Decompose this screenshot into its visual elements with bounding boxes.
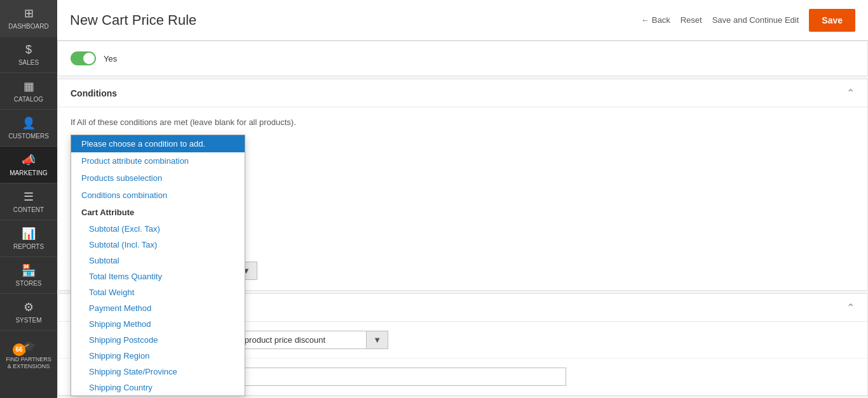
dropdown-sub-7[interactable]: Subtotal [71, 253, 245, 269]
condition-select-row: Please choose a condition to add.Product… [71, 135, 855, 280]
main-content: New Cart Price Rule ← Back Reset Save an… [57, 0, 868, 398]
condition-dropdown[interactable]: Please choose a condition to add.Product… [71, 135, 245, 396]
sidebar-item-content[interactable]: ☰ CONTENT [0, 183, 57, 220]
back-arrow-icon: ← [641, 15, 649, 25]
sidebar-item-dashboard[interactable]: ⊞ DASHBOARD [0, 0, 57, 37]
content-area: Yes Conditions ⌃ If All of these conditi… [57, 41, 868, 398]
sidebar-item-stores[interactable]: 🏪 STORES [0, 257, 57, 294]
apply-select-arrow[interactable]: ▼ [367, 331, 388, 349]
dropdown-sub-13[interactable]: Shipping Region [71, 348, 245, 364]
sidebar-item-label: SYSTEM [15, 317, 41, 324]
apply-prefix: If A [71, 117, 83, 127]
active-section: Yes [57, 41, 868, 76]
topbar: New Cart Price Rule ← Back Reset Save an… [57, 0, 868, 41]
apply-control: Percent of product price discountFixed a… [198, 331, 855, 349]
sidebar: ⊞ DASHBOARD $ SALES ▦ CATALOG 👤 CUSTOMER… [0, 0, 57, 398]
content-icon: ☰ [24, 190, 34, 204]
marketing-icon: 📣 [22, 153, 36, 167]
sidebar-item-system[interactable]: ⚙ SYSTEM [0, 294, 57, 331]
sidebar-item-reports[interactable]: 📊 REPORTS [0, 220, 57, 257]
dropdown-item-0[interactable]: Please choose a condition to add. [71, 135, 245, 152]
sidebar-item-label: DASHBOARD [8, 23, 48, 30]
customers-icon: 👤 [22, 116, 36, 130]
sidebar-item-label: STORES [16, 280, 42, 287]
collapse-icon: ⌃ [846, 87, 855, 99]
toggle-yes-label: Yes [104, 54, 117, 63]
dropdown-sub-9[interactable]: Total Weight [71, 284, 245, 300]
catalog-icon: ▦ [24, 79, 34, 93]
conditions-title: Conditions [71, 88, 117, 98]
sidebar-item-label: CONTENT [13, 206, 44, 213]
active-toggle[interactable] [71, 51, 96, 65]
dropdown-item-3[interactable]: Conditions combination [71, 187, 245, 204]
conditions-description: If All of these conditions are met (leav… [71, 117, 855, 127]
sidebar-item-label: CUSTOMERS [8, 133, 49, 140]
reset-button[interactable]: Reset [681, 15, 702, 25]
dropdown-item-1[interactable]: Product attribute combination [71, 152, 245, 169]
sidebar-item-sales[interactable]: $ SALES [0, 37, 57, 73]
system-icon: ⚙ [24, 300, 34, 314]
conditions-desc-rest: ll of these conditions are met (leave bl… [83, 117, 296, 127]
page-title: New Cart Price Rule [70, 12, 196, 29]
dropdown-sub-8[interactable]: Total Items Quantity [71, 269, 245, 284]
conditions-header[interactable]: Conditions ⌃ [58, 79, 867, 107]
discount-amount-control [198, 368, 855, 386]
dropdown-group-4: Cart Attribute [71, 204, 245, 221]
dropdown-sub-10[interactable]: Payment Method [71, 300, 245, 316]
save-continue-button[interactable]: Save and Continue Edit [712, 15, 799, 25]
stores-icon: 🏪 [22, 263, 36, 277]
active-toggle-row: Yes [58, 41, 867, 76]
reports-icon: 📊 [22, 227, 36, 241]
extensions-badge: 66 [13, 343, 25, 356]
topbar-actions: ← Back Reset Save and Continue Edit Save [641, 9, 855, 32]
dropdown-sub-5[interactable]: Subtotal (Excl. Tax) [71, 221, 245, 237]
dropdown-sub-14[interactable]: Shipping State/Province [71, 364, 245, 380]
find-extensions-icon-wrapper: 🎓 66 [22, 340, 36, 354]
conditions-section: Conditions ⌃ If All of these conditions … [57, 79, 868, 291]
dashboard-icon: ⊞ [24, 6, 34, 20]
sidebar-item-label: SALES [18, 59, 39, 66]
save-button[interactable]: Save [809, 9, 855, 32]
sales-icon: $ [25, 43, 32, 56]
back-button[interactable]: ← Back [641, 15, 670, 25]
sidebar-item-label: REPORTS [13, 243, 44, 250]
dropdown-sub-15[interactable]: Shipping Country [71, 380, 245, 395]
sidebar-item-catalog[interactable]: ▦ CATALOG [0, 73, 57, 110]
sidebar-item-label: MARKETING [10, 169, 47, 176]
sidebar-item-label: CATALOG [14, 96, 43, 103]
discount-amount-input[interactable] [198, 368, 566, 386]
find-extensions-item[interactable]: 🎓 66 FIND PARTNERS& EXTENSIONS [0, 335, 57, 376]
dropdown-sub-11[interactable]: Shipping Method [71, 316, 245, 332]
conditions-body: If All of these conditions are met (leav… [58, 107, 867, 290]
dropdown-item-2[interactable]: Products subselection [71, 169, 245, 187]
sidebar-item-marketing[interactable]: 📣 MARKETING [0, 147, 57, 183]
dropdown-sub-6[interactable]: Subtotal (Incl. Tax) [71, 237, 245, 253]
toggle-knob [83, 53, 95, 64]
dropdown-sub-12[interactable]: Shipping Postcode [71, 332, 245, 348]
sidebar-item-customers[interactable]: 👤 CUSTOMERS [0, 110, 57, 147]
find-extensions-label: FIND PARTNERS& EXTENSIONS [6, 356, 51, 371]
actions-collapse-icon: ⌃ [846, 302, 855, 314]
